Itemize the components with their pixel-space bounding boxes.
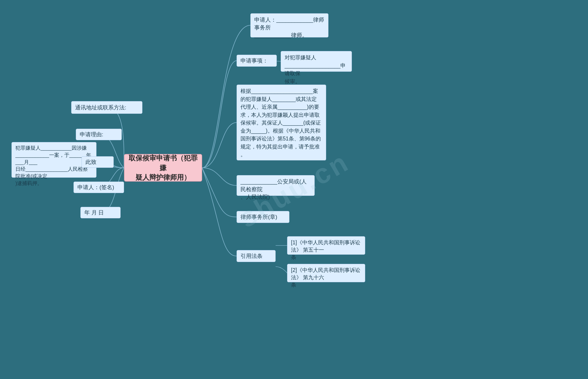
- node-right-reason: 根据_____________________案 的犯罪嫌疑人________或…: [237, 85, 326, 160]
- node-right-applicant: 申请人：____________律师事务所 ____________律师。: [250, 13, 329, 37]
- node-right-cite2: [2]《中华人民共和国刑事诉讼法》 第九十六 条: [287, 264, 365, 282]
- node-left-date: 年 月 日: [80, 207, 121, 218]
- node-right-matter-label: 申请事项：: [237, 55, 277, 67]
- node-left-zhici: 此致: [82, 156, 114, 168]
- node-right-matter-content: 对犯罪嫌疑人___________________申请取保 候审。: [281, 51, 352, 72]
- node-right-court: ____________公安局或(人民检察院 、人民法院): [237, 175, 315, 196]
- node-left-address: 通讯地址或联系方法:: [71, 101, 142, 114]
- node-right-firm: 律师事务所(章): [237, 211, 289, 223]
- mindmap-container: 取保候审申请书（犯罪嫌 疑人辩护律师用） 犯罪嫌疑人___________因涉嫌…: [0, 0, 588, 379]
- node-left-applicant-sign: 申请人：(签名): [74, 182, 124, 193]
- center-label: 取保候审申请书（犯罪嫌 疑人辩护律师用）: [128, 153, 198, 182]
- node-right-cite-label: 引用法条: [237, 250, 276, 262]
- node-right-cite1: [1]《中华人民共和国刑事诉讼法》 第五十一 条: [287, 236, 365, 255]
- node-left-reason: 申请理由:: [76, 129, 122, 140]
- center-node: 取保候审申请书（犯罪嫌 疑人辩护律师用）: [124, 154, 202, 182]
